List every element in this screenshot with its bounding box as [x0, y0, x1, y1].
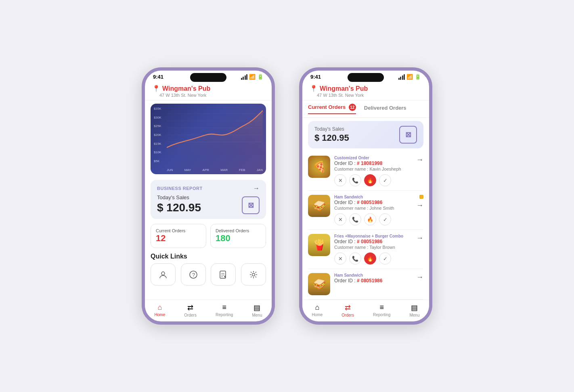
orders-icon: ⇄ [187, 303, 193, 312]
current-orders-badge: 12 [349, 104, 356, 111]
order-id-1: Order ID : # 18081998 [334, 161, 412, 166]
phone2-location-icon: 📍 [310, 85, 318, 92]
business-report-header: BUSINESS REPORT → [157, 185, 260, 192]
phone2-signal-icon [398, 74, 405, 80]
excel-icon: ⊠ [242, 196, 260, 214]
order-item-3[interactable]: 🍟 Fries +Mayonnaise + Burger Combo Order… [308, 230, 423, 269]
order-type-3: Fries +Mayonnaise + Burger Combo [334, 234, 412, 238]
order-info-3: Fries +Mayonnaise + Burger Combo Order I… [334, 234, 412, 265]
order-right-3: → [416, 234, 423, 242]
nav-home[interactable]: ⌂ Home [155, 303, 165, 317]
action-cancel-1[interactable]: ✕ [334, 174, 346, 186]
quick-link-profile[interactable] [151, 263, 176, 286]
phone2-nav-menu[interactable]: ▤ Menu [409, 303, 419, 317]
action-call-1[interactable]: 📞 [349, 174, 361, 186]
power-btn[interactable] [274, 115, 275, 135]
current-orders-card[interactable]: Current Orders 12 [151, 224, 206, 248]
phone2-nav-orders-label: Orders [341, 313, 354, 317]
phone2-volume-down-btn[interactable] [299, 123, 300, 135]
action-fire-1[interactable]: 🔥 [364, 174, 376, 186]
current-orders-count: 12 [156, 233, 201, 244]
business-report-title: BUSINESS REPORT [157, 186, 203, 191]
volume-down-btn[interactable] [142, 123, 142, 135]
action-cancel-2[interactable]: ✕ [334, 213, 346, 225]
phone2-orders-icon: ⇄ [345, 303, 351, 312]
delivered-orders-label: Delivered Orders [216, 228, 261, 233]
nav-orders-label: Orders [184, 313, 197, 317]
reports-icon [219, 270, 228, 279]
order-customer-2: Customer name : Johne Smith [334, 206, 412, 211]
nav-orders[interactable]: ⇄ Orders [184, 303, 197, 317]
order-customer-3: Customer name : Taylor Brown [334, 245, 412, 250]
phone2-home-icon: ⌂ [315, 303, 319, 312]
phone2-battery-icon: 🔋 [415, 74, 421, 80]
restaurant-name: 📍 Wingman's Pub [152, 85, 264, 92]
order-info-2: Ham Sandwich Order ID : # 08051986 Custo… [334, 195, 412, 225]
action-cancel-3[interactable]: ✕ [334, 252, 346, 265]
phone2-dynamic-island [348, 73, 384, 82]
quick-link-help[interactable]: ? [181, 263, 206, 286]
phone2-volume-up-btn[interactable] [299, 107, 300, 119]
chart-container: $35K $30K $25K $20K $15K $10K $5K [151, 104, 266, 174]
location-icon: 📍 [152, 85, 160, 92]
delivered-orders-card[interactable]: Delivered Orders 180 [210, 224, 266, 248]
menu-icon: ▤ [253, 303, 260, 312]
status-icons: 📶 🔋 [241, 74, 264, 80]
tab-current-orders[interactable]: Current Orders 12 [308, 104, 356, 114]
phone2-nav-orders[interactable]: ⇄ Orders [341, 303, 354, 317]
current-orders-label: Current Orders [156, 228, 201, 233]
order-arrow-3[interactable]: → [416, 234, 423, 242]
phone2-nav-reporting[interactable]: ≡ Reporting [373, 303, 390, 317]
action-check-2[interactable]: ✓ [379, 213, 391, 225]
action-fire-3[interactable]: 🔥 [364, 252, 376, 265]
nav-home-label: Home [155, 313, 165, 317]
order-item-1[interactable]: 🍕 Customized Order Order ID : # 18081998… [308, 152, 423, 191]
dynamic-island [190, 73, 226, 82]
phone2-nav-menu-label: Menu [409, 313, 419, 317]
profile-icon [159, 270, 168, 279]
order-arrow-4[interactable]: → [416, 273, 423, 281]
business-report-arrow[interactable]: → [253, 185, 260, 192]
quick-links-section: Quick Links ? [151, 253, 266, 286]
phone2-power-btn[interactable] [432, 115, 432, 135]
order-item-2[interactable]: 🥪 Ham Sandwich Order ID : # 08051986 Cus… [308, 191, 423, 230]
settings-icon [249, 270, 258, 279]
quick-link-settings[interactable] [241, 263, 266, 286]
order-item-4[interactable]: 🥪 Ham Sandwich Order ID : # 08051986 → [308, 269, 423, 300]
status-time: 9:41 [153, 74, 163, 80]
tab-delivered-orders[interactable]: Delivered Orders [364, 105, 406, 113]
action-check-1[interactable]: ✓ [379, 174, 391, 186]
action-call-3[interactable]: 📞 [349, 252, 361, 265]
quick-links-title: Quick Links [151, 253, 266, 260]
battery-icon: 🔋 [257, 74, 264, 80]
order-type-2: Ham Sandwich [334, 195, 412, 199]
order-id-2: Order ID : # 08051986 [334, 200, 412, 205]
action-check-3[interactable]: ✓ [379, 252, 391, 265]
phone-header: 📍 Wingman's Pub 47 W 13th St. New York [145, 81, 272, 100]
chart-x-labels: JUN MAY APR MAR FEB JAN [167, 168, 263, 172]
phone2-nav-home-label: Home [312, 313, 323, 317]
nav-reporting[interactable]: ≡ Reporting [216, 303, 233, 317]
order-arrow-1[interactable]: → [416, 156, 423, 164]
reporting-icon: ≡ [222, 303, 226, 312]
phone2-restaurant-address: 47 W 13th St. New York [317, 93, 422, 98]
nav-menu-label: Menu [252, 313, 262, 317]
phone2-menu-icon: ▤ [411, 303, 418, 312]
svg-point-5 [161, 272, 165, 275]
order-arrow-2[interactable]: → [416, 201, 423, 210]
phone2-sales-amount: $ 120.95 [314, 133, 349, 143]
order-food-img-4: 🥪 [308, 273, 330, 295]
quick-link-reports[interactable] [211, 263, 236, 286]
volume-up-btn[interactable] [142, 107, 142, 119]
delivered-orders-count: 180 [216, 233, 261, 244]
order-id-3: Order ID : # 08051986 [334, 239, 412, 244]
action-call-2[interactable]: 📞 [349, 213, 361, 225]
nav-menu[interactable]: ▤ Menu [252, 303, 262, 317]
page-container: 9:41 📶 🔋 📍 Wingman's Pub 47 W 13th St. N… [109, 43, 465, 349]
nav-reporting-label: Reporting [216, 313, 233, 317]
action-fire-2[interactable]: 🔥 [364, 213, 376, 225]
phone-2: 9:41 📶 🔋 📍 Wingman's Pub 47 W 13th St. N… [299, 67, 432, 325]
phone2-nav-home[interactable]: ⌂ Home [312, 303, 323, 317]
phone2-sales-banner: Today's Sales $ 120.95 ⊠ [308, 121, 423, 148]
chart-y-labels: $35K $30K $25K $20K $15K $10K $5K [154, 107, 161, 163]
